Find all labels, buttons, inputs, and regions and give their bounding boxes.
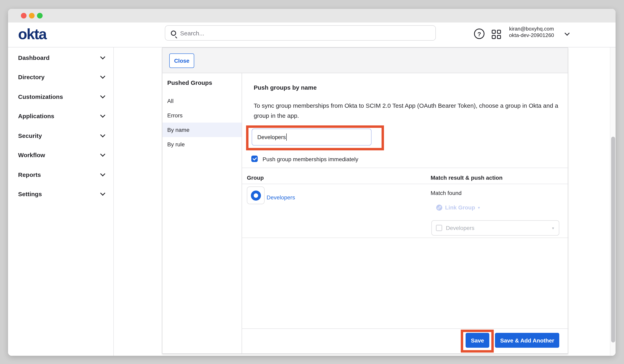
okta-logo: okta — [18, 26, 46, 43]
account-menu[interactable]: kiran@boxyhq.com okta-dev-20901260 — [509, 26, 554, 38]
chevron-down-icon — [100, 74, 105, 79]
footer-divider — [242, 328, 569, 329]
window-close-button[interactable] — [21, 13, 26, 19]
help-icon[interactable]: ? — [474, 28, 485, 39]
match-status-text: Match found — [431, 190, 462, 196]
divider — [242, 184, 569, 184]
description-text: To sync group memberships from Okta to S… — [254, 101, 567, 121]
sidebar-item-customizations[interactable]: Customizations — [8, 87, 113, 106]
sidebar-item-applications[interactable]: Applications — [8, 106, 113, 126]
sidebar: Dashboard Directory Customizations Appli… — [8, 48, 114, 356]
save-and-add-another-button[interactable]: Save & Add Another — [495, 333, 559, 348]
group-icon — [251, 190, 261, 200]
link-icon — [436, 205, 442, 210]
chevron-down-icon — [100, 93, 105, 98]
subnav-item-errors[interactable]: Errors — [162, 108, 242, 123]
subnav-item-by-name[interactable]: By name — [162, 123, 242, 137]
panel-toolbar: Close — [162, 48, 568, 73]
search-icon — [171, 30, 176, 36]
group-avatar — [247, 186, 264, 204]
sidebar-item-security[interactable]: Security — [8, 126, 113, 145]
divider — [242, 237, 569, 238]
subnav-title: Pushed Groups — [167, 79, 212, 86]
page-title: Push groups by name — [254, 84, 317, 91]
app-header: okta ? kiran@boxyhq.com okta-dev-2090126… — [8, 23, 616, 48]
desktop: okta ? kiran@boxyhq.com okta-dev-2090126… — [0, 0, 624, 364]
pushed-groups-subnav: All Errors By name By rule — [162, 94, 242, 152]
app-body: Dashboard Directory Customizations Appli… — [8, 48, 616, 356]
search-input[interactable] — [180, 29, 435, 36]
group-placeholder-icon — [436, 225, 442, 231]
chevron-down-icon — [100, 132, 105, 137]
group-name-link[interactable]: Developers — [267, 194, 295, 201]
sidebar-item-settings[interactable]: Settings — [8, 184, 113, 204]
chevron-down-icon — [100, 113, 105, 118]
browser-window: okta ? kiran@boxyhq.com okta-dev-2090126… — [8, 9, 616, 356]
text-cursor — [286, 133, 287, 141]
subnav-item-all[interactable]: All — [162, 94, 242, 108]
account-org: okta-dev-20901260 — [509, 32, 554, 38]
column-header-match-result: Match result & push action — [431, 175, 503, 181]
target-group-select[interactable]: Developers ▾ — [431, 220, 559, 235]
window-zoom-button[interactable] — [37, 13, 43, 19]
close-button[interactable]: Close — [169, 53, 194, 68]
chevron-down-icon — [100, 152, 105, 157]
chevron-down-icon — [100, 191, 105, 196]
column-header-group: Group — [247, 175, 264, 181]
scrollbar — [610, 48, 616, 356]
global-search[interactable] — [165, 25, 436, 41]
chevron-down-icon — [100, 171, 105, 176]
apps-grid-icon[interactable] — [492, 30, 502, 39]
link-group-button[interactable]: Link Group ▾ — [436, 204, 480, 211]
push-immediately-label: Push group memberships immediately — [262, 156, 358, 162]
caret-down-icon: ▾ — [552, 226, 554, 230]
divider — [242, 73, 242, 354]
caret-down-icon: ▾ — [478, 206, 480, 210]
sidebar-item-dashboard[interactable]: Dashboard — [8, 48, 113, 67]
account-email: kiran@boxyhq.com — [509, 26, 554, 32]
chevron-down-icon — [100, 54, 105, 59]
push-groups-panel: Close Pushed Groups All Errors By name B… — [162, 48, 568, 354]
sidebar-item-directory[interactable]: Directory — [8, 67, 113, 87]
divider — [242, 168, 569, 168]
sidebar-item-workflow[interactable]: Workflow — [8, 145, 113, 165]
sidebar-item-reports[interactable]: Reports — [8, 165, 113, 184]
window-titlebar — [8, 9, 616, 23]
account-chevron-down-icon[interactable] — [565, 30, 570, 36]
window-minimize-button[interactable] — [29, 13, 35, 19]
scrollbar-thumb[interactable] — [611, 137, 615, 342]
push-immediately-checkbox[interactable] — [251, 156, 258, 162]
save-button[interactable]: Save — [466, 333, 489, 348]
group-name-input[interactable]: Developers — [252, 129, 371, 146]
subnav-item-by-rule[interactable]: By rule — [162, 137, 242, 152]
